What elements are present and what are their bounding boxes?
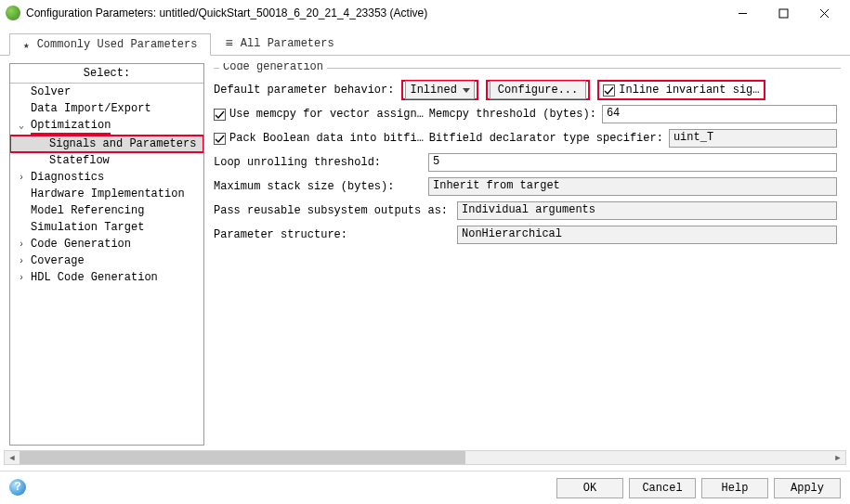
nav-hardware-implementation[interactable]: Hardware Implementation <box>10 186 203 202</box>
row-memcpy: Use memcpy for vector assign… Memcpy thr… <box>210 102 841 126</box>
checkbox-icon <box>603 84 615 97</box>
dialog-button-bar: ? OK Cancel Help Apply <box>0 471 850 504</box>
nav-stateflow[interactable]: Stateflow <box>10 152 203 169</box>
chevron-right-icon[interactable]: › <box>16 238 27 249</box>
chevron-down-icon[interactable]: ⌄ <box>16 119 27 130</box>
row-param-struct: Parameter structure: NonHierarchical <box>210 223 841 247</box>
chevron-right-icon[interactable]: › <box>16 254 27 265</box>
nav-tree: Select: Solver Data Import/Export ⌄ Opti… <box>9 63 204 446</box>
nav-data-import-export[interactable]: Data Import/Export <box>10 100 203 117</box>
tabs-row: Commonly Used Parameters All Parameters <box>0 26 850 56</box>
label-loop-unroll: Loop unrolling threshold: <box>214 156 423 169</box>
window-title: Configuration Parameters: untitled/Quick… <box>26 6 722 19</box>
help-button[interactable]: Help <box>701 478 768 498</box>
horizontal-scrollbar[interactable]: ◄ ► <box>4 450 846 465</box>
section-title: Code generation <box>219 63 327 73</box>
dropdown-icon <box>463 88 470 93</box>
nav-simulation-target[interactable]: Simulation Target <box>10 219 203 236</box>
apply-button[interactable]: Apply <box>774 478 841 498</box>
select-param-struct[interactable]: NonHierarchical <box>457 226 837 244</box>
row-max-stack: Maximum stack size (bytes): Inherit from… <box>210 174 841 199</box>
code-generation-section: Code generation Default parameter behavi… <box>210 63 841 247</box>
tab-label: All Parameters <box>241 37 334 50</box>
tab-common-parameters[interactable]: Commonly Used Parameters <box>9 33 211 56</box>
nav-solver[interactable]: Solver <box>10 84 203 100</box>
titlebar: Configuration Parameters: untitled/Quick… <box>0 0 850 26</box>
tab-all-parameters[interactable]: All Parameters <box>211 32 347 55</box>
input-loop-unroll[interactable]: 5 <box>428 153 837 172</box>
minimize-button[interactable] <box>722 2 763 24</box>
chevron-right-icon[interactable]: › <box>16 171 27 182</box>
select-max-stack[interactable]: Inherit from target <box>428 177 837 196</box>
scroll-right-icon[interactable]: ► <box>830 451 845 464</box>
scroll-thumb[interactable] <box>20 451 465 464</box>
help-icon[interactable]: ? <box>9 479 26 496</box>
combo-default-param-behavior[interactable]: Inlined <box>405 81 474 99</box>
label-bitfield: Bitfield declarator type specifier: <box>429 132 663 145</box>
input-memcpy-threshold[interactable]: 64 <box>602 105 837 123</box>
check-use-memcpy[interactable]: Use memcpy for vector assign… <box>214 108 424 121</box>
main-area: Select: Solver Data Import/Export ⌄ Opti… <box>0 56 850 446</box>
label-default-param-behavior: Default parameter behavior: <box>214 84 394 97</box>
nav-diagnostics[interactable]: › Diagnostics <box>10 169 203 186</box>
checkbox-icon <box>214 109 226 121</box>
label-param-struct: Parameter structure: <box>214 228 451 241</box>
row-pass-reusable: Pass reusable subsystem outputs as: Indi… <box>210 199 841 223</box>
nav-header: Select: <box>10 64 203 84</box>
row-default-param-behavior: Default parameter behavior: Inlined Conf… <box>210 78 841 102</box>
select-pass-reusable[interactable]: Individual arguments <box>457 201 837 220</box>
combo-value: Inlined <box>410 84 456 97</box>
row-bitfield: Pack Boolean data into bitfi… Bitfield d… <box>210 126 841 150</box>
form-panel: Code generation Default parameter behavi… <box>210 63 841 446</box>
label-max-stack: Maximum stack size (bytes): <box>214 180 423 193</box>
nav-code-generation[interactable]: › Code Generation <box>10 236 203 252</box>
svg-rect-1 <box>779 9 788 18</box>
cancel-button[interactable]: Cancel <box>629 478 696 498</box>
scroll-track[interactable] <box>20 451 830 464</box>
chevron-right-icon[interactable]: › <box>16 271 27 282</box>
nav-signals-and-parameters[interactable]: Signals and Parameters <box>10 136 203 152</box>
maximize-button[interactable] <box>763 2 804 24</box>
tab-label: Commonly Used Parameters <box>37 38 198 51</box>
nav-model-referencing[interactable]: Model Referencing <box>10 202 203 219</box>
nav-hdl-code-generation[interactable]: › HDL Code Generation <box>10 269 203 286</box>
checkbox-icon <box>214 133 226 145</box>
app-icon <box>6 6 20 20</box>
nav-optimization[interactable]: ⌄ Optimization <box>10 117 203 136</box>
ok-button[interactable]: OK <box>556 478 623 498</box>
select-bitfield[interactable]: uint_T <box>669 129 837 148</box>
check-inline-invariant[interactable]: Inline invariant sig… <box>603 84 759 97</box>
row-loop-unroll: Loop unrolling threshold: 5 <box>210 150 841 174</box>
check-pack-boolean[interactable]: Pack Boolean data into bitfi… <box>214 132 424 145</box>
nav-coverage[interactable]: › Coverage <box>10 252 203 269</box>
scroll-left-icon[interactable]: ◄ <box>5 451 20 464</box>
configure-button[interactable]: Configure... <box>490 81 586 99</box>
label-memcpy-threshold: Memcpy threshold (bytes): <box>429 108 596 121</box>
label-pass-reusable: Pass reusable subsystem outputs as: <box>214 204 451 217</box>
close-button[interactable] <box>804 2 844 24</box>
